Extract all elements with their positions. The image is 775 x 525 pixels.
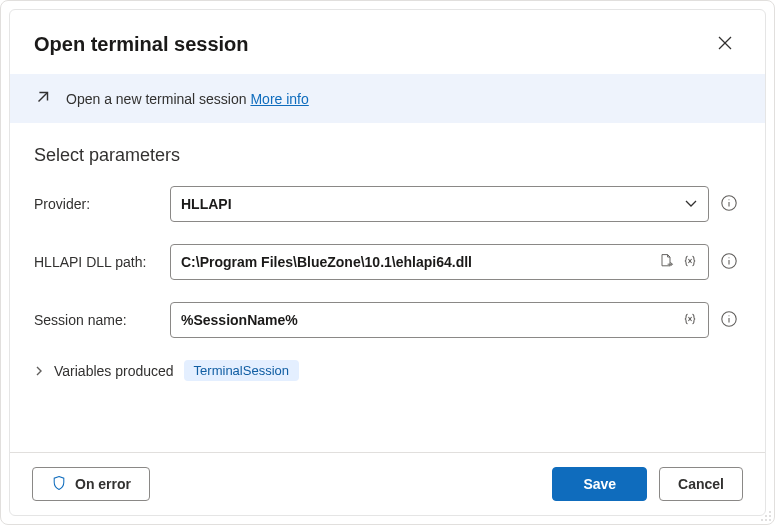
svg-point-17 (769, 511, 771, 513)
provider-value: HLLAPI (181, 196, 684, 212)
variables-produced-label: Variables produced (54, 363, 174, 379)
info-icon (720, 252, 738, 273)
banner-text-content: Open a new terminal session (66, 91, 250, 107)
info-icon (720, 194, 738, 215)
variable-picker-icon[interactable] (682, 253, 698, 272)
dialog-window: Open terminal session Open a new termina (0, 0, 775, 525)
session-input[interactable]: %SessionName% (170, 302, 709, 338)
expand-toggle[interactable] (34, 363, 44, 379)
resize-grip[interactable] (758, 508, 772, 522)
banner-text: Open a new terminal session More info (66, 91, 309, 107)
dllpath-control: C:\Program Files\BlueZone\10.1\ehlapi64.… (170, 244, 709, 280)
provider-info-button[interactable] (717, 192, 741, 216)
session-control: %SessionName% (170, 302, 709, 338)
save-button[interactable]: Save (552, 467, 647, 501)
dialog-title: Open terminal session (34, 33, 249, 56)
dllpath-label: HLLAPI DLL path: (34, 254, 162, 270)
file-select-icon[interactable] (658, 253, 674, 272)
provider-select[interactable]: HLLAPI (170, 186, 709, 222)
variables-produced-row: Variables produced TerminalSession (34, 360, 741, 381)
cancel-label: Cancel (678, 476, 724, 492)
chevron-down-icon (684, 196, 698, 213)
dllpath-value: C:\Program Files\BlueZone\10.1\ehlapi64.… (181, 254, 658, 270)
session-label: Session name: (34, 312, 162, 328)
on-error-button[interactable]: On error (32, 467, 150, 501)
field-row-provider: Provider: HLLAPI (34, 186, 741, 222)
svg-point-10 (728, 257, 729, 258)
close-icon (718, 36, 732, 53)
svg-point-20 (761, 519, 763, 521)
svg-point-22 (769, 519, 771, 521)
shield-icon (51, 475, 67, 494)
save-label: Save (583, 476, 616, 492)
session-info-button[interactable] (717, 308, 741, 332)
dialog-body: Select parameters Provider: HLLAPI (10, 123, 765, 452)
on-error-label: On error (75, 476, 131, 492)
svg-line-2 (39, 93, 48, 102)
field-row-dllpath: HLLAPI DLL path: C:\Program Files\BlueZo… (34, 244, 741, 280)
dialog-header: Open terminal session (10, 10, 765, 74)
svg-point-21 (765, 519, 767, 521)
dialog-footer: On error Save Cancel (10, 452, 765, 515)
provider-control: HLLAPI (170, 186, 709, 222)
more-info-link[interactable]: More info (250, 91, 308, 107)
dllpath-input[interactable]: C:\Program Files\BlueZone\10.1\ehlapi64.… (170, 244, 709, 280)
info-banner: Open a new terminal session More info (10, 74, 765, 123)
dialog-inner: Open terminal session Open a new termina (9, 9, 766, 516)
variable-badge[interactable]: TerminalSession (184, 360, 299, 381)
info-icon (720, 310, 738, 331)
svg-point-4 (728, 199, 729, 200)
svg-point-19 (769, 515, 771, 517)
section-title: Select parameters (34, 145, 741, 166)
cancel-button[interactable]: Cancel (659, 467, 743, 501)
footer-button-group: Save Cancel (552, 467, 743, 501)
svg-point-15 (728, 315, 729, 316)
session-value: %SessionName% (181, 312, 682, 328)
dllpath-info-button[interactable] (717, 250, 741, 274)
provider-label: Provider: (34, 196, 162, 212)
variable-picker-icon[interactable] (682, 311, 698, 330)
svg-point-18 (765, 515, 767, 517)
close-button[interactable] (709, 28, 741, 60)
open-arrow-icon (34, 88, 52, 109)
field-row-session: Session name: %SessionName% (34, 302, 741, 338)
